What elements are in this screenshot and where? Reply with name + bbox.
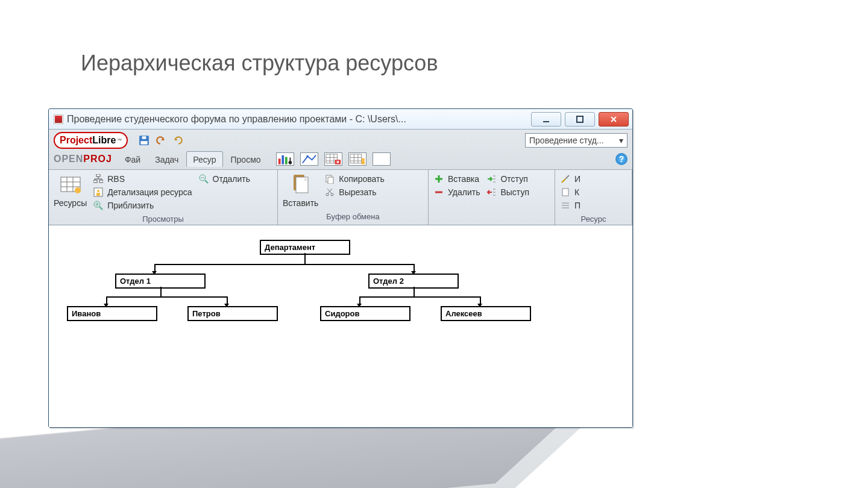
- save-icon[interactable]: [139, 135, 149, 146]
- blank-box: [373, 152, 391, 166]
- svg-rect-15: [361, 161, 365, 164]
- svg-rect-3: [141, 141, 148, 145]
- rbs-icon: [93, 174, 104, 184]
- ribbon: ProjectLibre™ Проведение студ... ▾ OPENP…: [49, 130, 632, 225]
- resource-detail-button[interactable]: Детализация ресурса: [93, 186, 192, 199]
- svg-point-10: [306, 155, 309, 158]
- ribbon-group-edit: Вставка Удалить Отступ: [429, 170, 555, 225]
- group-title-views: Просмотры: [54, 212, 272, 224]
- tool-button-1[interactable]: И: [560, 172, 580, 186]
- svg-point-31: [331, 193, 333, 196]
- node-ivanov[interactable]: Иванов: [67, 306, 157, 321]
- slide-title: Иерархическая структура ресурсов: [81, 51, 438, 76]
- svg-rect-9: [289, 157, 291, 161]
- help-icon[interactable]: ?: [615, 153, 627, 165]
- outdent-icon: [486, 187, 497, 198]
- node-petrov[interactable]: Петров: [187, 306, 278, 321]
- tab-view[interactable]: Просмо: [224, 151, 268, 167]
- org-chart: Департамент Отдел 1 Отдел 2: [55, 240, 597, 372]
- cut-icon: [324, 187, 335, 198]
- quick-access-toolbar: [139, 135, 183, 146]
- window-controls: [531, 112, 632, 127]
- svg-rect-6: [281, 155, 284, 164]
- insert-button[interactable]: Вставка: [433, 172, 480, 186]
- zoom-out-icon: [198, 174, 209, 184]
- zoom-in-button[interactable]: Приблизить: [93, 199, 192, 212]
- group-title-resource: Ресурс: [560, 212, 627, 224]
- svg-rect-29: [328, 177, 333, 184]
- tab-resource[interactable]: Ресур: [186, 151, 222, 167]
- indent-icon: [486, 174, 497, 184]
- tab-file[interactable]: Фай: [118, 151, 147, 167]
- svg-rect-7: [285, 157, 288, 164]
- copy-icon: [324, 174, 335, 184]
- node-alexeev[interactable]: Алексеев: [441, 306, 531, 321]
- app-window: Проведение студенческого форума по управ…: [48, 108, 633, 428]
- openproj-logo: OPENPROJ: [54, 154, 112, 164]
- titlebar[interactable]: Проведение студенческого форума по управ…: [49, 109, 632, 130]
- redo-icon[interactable]: [172, 135, 183, 146]
- plus-icon: [433, 174, 444, 184]
- tool-button-3[interactable]: П: [560, 199, 580, 212]
- list-icon: [560, 200, 571, 211]
- svg-rect-0: [543, 121, 549, 122]
- svg-rect-32: [562, 189, 568, 196]
- tools-icon: [560, 174, 571, 184]
- app-logo: ProjectLibre™: [54, 132, 128, 149]
- ribbon-group-clipboard: Вставить Копировать Вырезать: [278, 170, 429, 225]
- tool-button-2[interactable]: К: [560, 186, 580, 199]
- svg-rect-13: [350, 154, 361, 163]
- svg-point-30: [326, 193, 329, 196]
- minus-icon: [433, 187, 444, 198]
- doc-icon: [560, 187, 571, 198]
- svg-rect-4: [142, 136, 146, 139]
- svg-point-22: [97, 190, 99, 192]
- rbs-button[interactable]: RBS: [93, 172, 192, 186]
- ribbon-group-resource: И К П Ресурс: [555, 170, 632, 225]
- histogram-icon[interactable]: [276, 152, 294, 166]
- undo-icon[interactable]: [156, 135, 166, 146]
- svg-rect-19: [93, 180, 97, 183]
- paste-icon[interactable]: [289, 172, 313, 196]
- canvas[interactable]: Департамент Отдел 1 Отдел 2: [49, 234, 632, 427]
- app-icon: [54, 114, 63, 124]
- svg-rect-18: [96, 174, 100, 177]
- group-title-clipboard: Буфер обмена: [283, 210, 423, 221]
- zoom-in-icon: [93, 200, 104, 211]
- copy-button[interactable]: Копировать: [324, 172, 384, 186]
- window-title: Проведение студенческого форума по управ…: [67, 114, 531, 125]
- svg-point-14: [361, 158, 365, 161]
- chart-icon[interactable]: [300, 152, 318, 166]
- node-sidorov[interactable]: Сидоров: [320, 306, 410, 321]
- cut-button[interactable]: Вырезать: [324, 186, 384, 199]
- zoom-out-button[interactable]: Отдалить: [198, 172, 251, 186]
- resources-label: Ресурсы: [54, 196, 87, 210]
- ribbon-group-views: Ресурсы RBS Детализация ресурса: [49, 170, 278, 225]
- maximize-button[interactable]: [565, 112, 595, 127]
- project-selector[interactable]: Проведение студ... ▾: [525, 133, 627, 148]
- tab-task[interactable]: Задач: [148, 151, 185, 167]
- detail-icon: [93, 187, 104, 198]
- svg-rect-20: [99, 180, 103, 183]
- delete-button[interactable]: Удалить: [433, 186, 480, 199]
- outdent-button[interactable]: Выступ: [486, 186, 529, 199]
- indent-button[interactable]: Отступ: [486, 172, 529, 186]
- svg-rect-1: [577, 116, 583, 122]
- svg-rect-5: [278, 158, 280, 164]
- table-person-icon[interactable]: [348, 152, 366, 166]
- minimize-button[interactable]: [531, 112, 561, 127]
- chevron-down-icon: ▾: [619, 136, 623, 145]
- project-selector-label: Проведение студ...: [529, 136, 604, 145]
- paste-label: Вставить: [283, 196, 318, 210]
- close-button[interactable]: [599, 112, 629, 127]
- resources-icon[interactable]: [58, 172, 83, 196]
- ribbon-view-icons: [276, 152, 391, 166]
- svg-point-17: [75, 187, 81, 193]
- table-x-icon[interactable]: [324, 152, 342, 166]
- svg-rect-23: [96, 193, 100, 196]
